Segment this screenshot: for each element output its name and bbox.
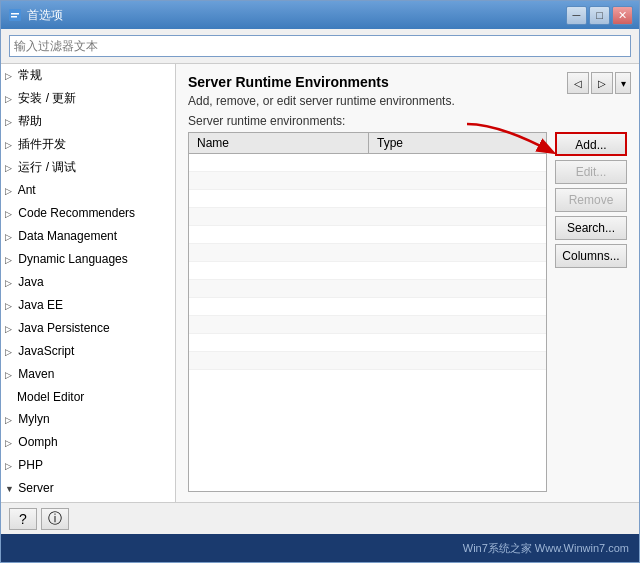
arrow-icon: ▷ (5, 90, 15, 108)
table-row (189, 190, 546, 208)
arrow-icon: ▷ (5, 366, 15, 384)
sidebar-item-php[interactable]: ▷ PHP (1, 454, 175, 477)
table-row (189, 154, 546, 172)
sidebar-item-javascript[interactable]: ▷ JavaScript (1, 340, 175, 363)
bottom-bar: ? ⓘ (1, 502, 639, 534)
side-buttons: Add... Edit... Remove Search... Columns.… (555, 132, 627, 492)
restore-button[interactable]: □ (589, 6, 610, 25)
arrow-icon: ▷ (5, 457, 15, 475)
edit-button[interactable]: Edit... (555, 160, 627, 184)
filter-input[interactable] (9, 35, 631, 57)
sidebar-item-java-persistence[interactable]: ▷ Java Persistence (1, 317, 175, 340)
arrow-icon: ▷ (5, 228, 15, 246)
table-header: Name Type (189, 133, 546, 154)
sidebar-item-java[interactable]: ▷ Java (1, 271, 175, 294)
table-row (189, 280, 546, 298)
arrow-icon: ▷ (5, 113, 15, 131)
arrow-icon: ▷ (5, 182, 15, 200)
window-controls: ─ □ ✕ (566, 6, 633, 25)
remove-button[interactable]: Remove (555, 188, 627, 212)
table-body (189, 154, 546, 491)
sidebar-item-oomph[interactable]: ▷ Oomph (1, 431, 175, 454)
arrow-icon: ▷ (5, 297, 15, 315)
filter-bar (1, 29, 639, 64)
environments-table: Name Type (188, 132, 547, 492)
close-button[interactable]: ✕ (612, 6, 633, 25)
svg-rect-2 (11, 16, 17, 18)
sidebar-item-general[interactable]: ▷ 常规 (1, 64, 175, 87)
info-button[interactable]: ⓘ (41, 508, 69, 530)
sidebar-item-maven[interactable]: ▷ Maven (1, 363, 175, 386)
nav-dropdown-button[interactable]: ▾ (615, 72, 631, 94)
table-row (189, 262, 546, 280)
sidebar-list-container: ▷ 常规 ▷ 安装 / 更新 ▷ 帮助 ▷ 插件 (1, 64, 176, 502)
watermark-text: Win7系统之家 Www.Winwin7.com (463, 541, 629, 556)
table-row (189, 172, 546, 190)
table-row (189, 352, 546, 370)
window-title: 首选项 (27, 7, 566, 24)
preferences-window: 首选项 ─ □ ✕ ▷ 常规 (0, 0, 640, 563)
svg-rect-1 (11, 13, 19, 15)
panel-subtitle: Add, remove, or edit server runtime envi… (188, 94, 627, 108)
sidebar-item-ant[interactable]: ▷ Ant (1, 179, 175, 202)
arrow-icon: ▷ (5, 67, 15, 85)
arrow-icon: ▷ (5, 434, 15, 452)
table-row (189, 298, 546, 316)
arrow-icon: ▷ (5, 136, 15, 154)
sidebar-item-code-recommenders[interactable]: ▷ Code Recommenders (1, 202, 175, 225)
nav-back-button[interactable]: ◁ (567, 72, 589, 94)
sidebar-item-java-ee[interactable]: ▷ Java EE (1, 294, 175, 317)
arrow-icon: ▷ (5, 274, 15, 292)
table-header-type: Type (369, 133, 546, 153)
arrow-icon: ▷ (5, 159, 15, 177)
split-area: ▷ 常规 ▷ 安装 / 更新 ▷ 帮助 ▷ 插件 (1, 64, 639, 502)
minimize-button[interactable]: ─ (566, 6, 587, 25)
arrow-down-icon: ▼ (5, 480, 15, 498)
arrow-icon: ▷ (5, 343, 15, 361)
right-panel: ◁ ▷ ▾ Server Runtime Environments Add, r… (176, 64, 639, 502)
sidebar-item-data-management[interactable]: ▷ Data Management (1, 225, 175, 248)
table-area: Name Type (188, 132, 627, 492)
table-row (189, 244, 546, 262)
table-row (189, 334, 546, 352)
search-button[interactable]: Search... (555, 216, 627, 240)
sidebar: ▷ 常规 ▷ 安装 / 更新 ▷ 帮助 ▷ 插件 (1, 64, 176, 502)
help-button[interactable]: ? (9, 508, 37, 530)
watermark-bar: Win7系统之家 Www.Winwin7.com (1, 534, 639, 562)
columns-button[interactable]: Columns... (555, 244, 627, 268)
arrow-icon: ▷ (5, 411, 15, 429)
sidebar-item-mylyn[interactable]: ▷ Mylyn (1, 408, 175, 431)
table-row (189, 226, 546, 244)
sidebar-item-server[interactable]: ▼ Server (1, 477, 175, 500)
panel-env-label: Server runtime environments: (188, 114, 627, 128)
sidebar-item-run-debug[interactable]: ▷ 运行 / 调试 (1, 156, 175, 179)
arrow-icon: ▷ (5, 205, 15, 223)
window-icon (7, 7, 23, 23)
sidebar-item-install-update[interactable]: ▷ 安装 / 更新 (1, 87, 175, 110)
panel-title: Server Runtime Environments (188, 74, 627, 90)
main-content: ▷ 常规 ▷ 安装 / 更新 ▷ 帮助 ▷ 插件 (1, 29, 639, 502)
sidebar-item-audio[interactable]: Audio (1, 500, 175, 502)
nav-controls: ◁ ▷ ▾ (567, 72, 631, 94)
arrow-icon: ▷ (5, 320, 15, 338)
sidebar-item-plugin-dev[interactable]: ▷ 插件开发 (1, 133, 175, 156)
title-bar: 首选项 ─ □ ✕ (1, 1, 639, 29)
arrow-icon: ▷ (5, 251, 15, 269)
sidebar-item-help[interactable]: ▷ 帮助 (1, 110, 175, 133)
sidebar-item-dynamic-languages[interactable]: ▷ Dynamic Languages (1, 248, 175, 271)
nav-forward-button[interactable]: ▷ (591, 72, 613, 94)
table-row (189, 208, 546, 226)
table-row (189, 316, 546, 334)
table-header-name: Name (189, 133, 369, 153)
add-button[interactable]: Add... (555, 132, 627, 156)
svg-rect-0 (9, 9, 21, 21)
sidebar-item-model-editor[interactable]: Model Editor (1, 386, 175, 408)
sidebar-list: ▷ 常规 ▷ 安装 / 更新 ▷ 帮助 ▷ 插件 (1, 64, 175, 502)
